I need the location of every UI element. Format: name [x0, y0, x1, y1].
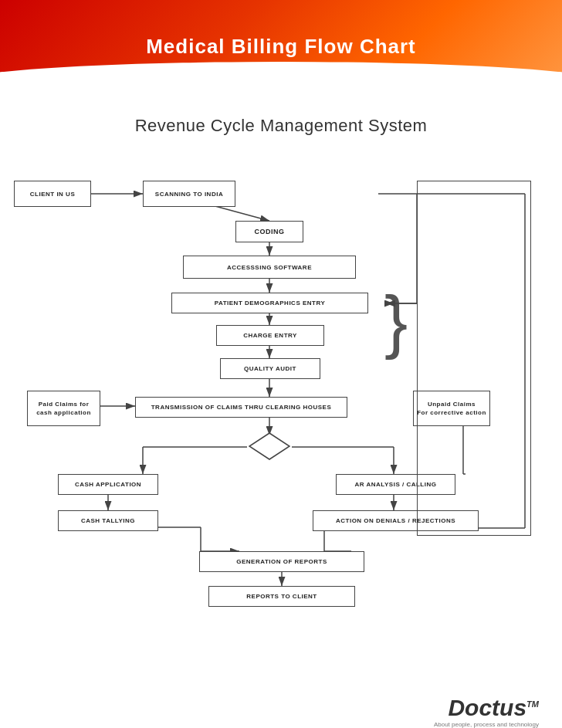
page-subtitle: Revenue Cycle Management System — [0, 116, 562, 136]
scanning-to-india-box: SCANNING TO INDIA — [143, 181, 235, 207]
footer-content: DoctusTM About people, process and techn… — [434, 695, 539, 728]
header: Medical Billing Flow Chart — [0, 0, 562, 93]
charge-entry-box: CHARGE ENTRY — [216, 325, 324, 346]
accessing-software-box: ACCESSSING SOFTWARE — [183, 256, 356, 279]
client-in-us-box: CLIENT IN US — [14, 181, 91, 207]
footer-logo: DoctusTM — [434, 695, 539, 721]
curly-brace-right: { — [384, 286, 408, 356]
flowchart: CLIENT IN US SCANNING TO INDIA CODING AC… — [0, 151, 562, 676]
subtitle-area: Revenue Cycle Management System — [0, 93, 562, 151]
transmission-box: TRANSMISSION OF CLAIMS THRU CLEARING HOU… — [135, 397, 347, 418]
feedback-loop-box — [417, 181, 531, 536]
paid-claims-box: Paid Claims for cash application — [27, 391, 100, 426]
footer: DoctusTM About people, process and techn… — [0, 676, 562, 728]
svg-marker-32 — [249, 433, 289, 459]
footer-tagline: About people, process and technology — [434, 721, 539, 728]
header-title: Medical Billing Flow Chart — [146, 35, 416, 59]
quality-audit-box: QUALITY AUDIT — [220, 358, 320, 379]
reports-to-client-box: REPORTS TO CLIENT — [208, 586, 355, 607]
decision-diamond — [249, 432, 290, 460]
generation-reports-box: GENERATION OF REPORTS — [199, 551, 364, 572]
cash-application-box: CASH APPLICATION — [58, 474, 158, 495]
svg-line-1 — [212, 205, 269, 221]
coding-box: CODING — [235, 221, 303, 242]
patient-demographics-box: PATIENT DEMOGRAPHICS ENTRY — [171, 293, 368, 313]
cash-tallying-box: CASH TALLYING — [58, 510, 158, 531]
